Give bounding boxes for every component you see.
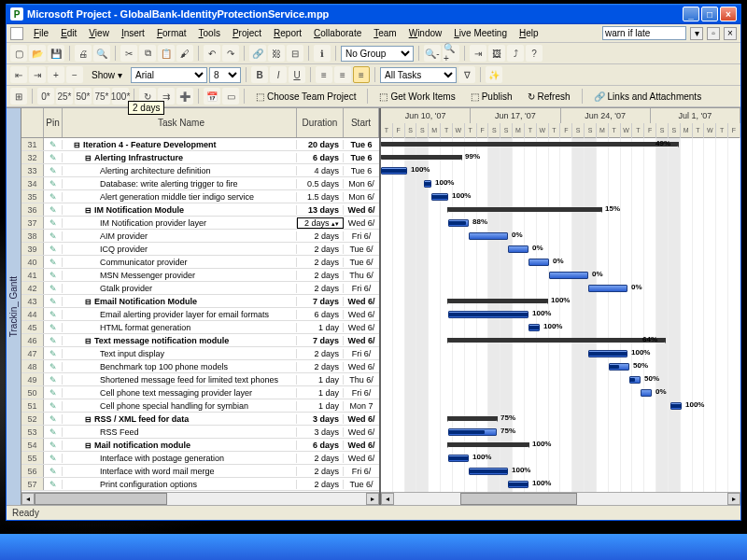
week-header[interactable]: Jul 1, '07: [651, 108, 740, 123]
task-bar[interactable]: [549, 272, 588, 279]
menu-window[interactable]: Window: [403, 26, 448, 40]
link-icon[interactable]: 🔗: [249, 45, 266, 62]
close-button[interactable]: ×: [720, 7, 737, 21]
gantt-row[interactable]: 0%: [381, 256, 740, 269]
t75-icon[interactable]: 75*: [93, 88, 110, 105]
zoom-in-icon[interactable]: 🔍+: [443, 45, 459, 62]
group-select[interactable]: No Group: [341, 46, 414, 62]
menu-view[interactable]: View: [83, 26, 115, 40]
task-row[interactable]: 43✎⊟Email Notification Module7 daysWed 6…: [21, 295, 379, 308]
gantt-row[interactable]: 100%: [381, 347, 740, 360]
gantt-row[interactable]: 50%: [381, 360, 740, 373]
task-row[interactable]: 48✎Benchmark top 100 phone models2 daysW…: [21, 360, 379, 373]
task-row[interactable]: 40✎Communicator provider2 daysTue 6/: [21, 256, 379, 269]
font-name-select[interactable]: Arial: [131, 67, 207, 83]
addprogress-icon[interactable]: ➕: [176, 88, 193, 105]
format-painter-icon[interactable]: 🖌: [176, 45, 193, 62]
col-start[interactable]: Start: [344, 108, 379, 137]
unlink-icon[interactable]: ⛓: [268, 45, 285, 62]
track-icon[interactable]: ⊞: [10, 88, 27, 105]
gantt-row[interactable]: 0%: [381, 243, 740, 256]
col-row-header[interactable]: [21, 108, 44, 137]
gantt-row[interactable]: 50%: [381, 373, 740, 386]
italic-icon[interactable]: I: [270, 66, 287, 83]
open-icon[interactable]: 📂: [29, 45, 46, 62]
t25-icon[interactable]: 25*: [56, 88, 73, 105]
t50-icon[interactable]: 50*: [75, 88, 92, 105]
t100-icon[interactable]: 100*: [112, 88, 129, 105]
gantt-row[interactable]: 64%: [381, 334, 740, 347]
gantt-row[interactable]: 100%: [381, 399, 740, 413]
task-row[interactable]: 36✎⊟IM Notification Module13 daysWed 6/: [21, 203, 379, 217]
gantt-row[interactable]: 100%: [381, 308, 740, 321]
outdent-icon[interactable]: ⇤: [10, 66, 27, 83]
menu-collaborate[interactable]: Collaborate: [308, 26, 367, 40]
minimize-button[interactable]: _: [683, 7, 699, 21]
indent-icon[interactable]: ⇥: [29, 66, 46, 83]
grid-hscroll[interactable]: ◂▸: [21, 492, 379, 505]
col-task-name[interactable]: Task Name: [63, 108, 297, 137]
task-row[interactable]: 39✎ICQ provider2 daysTue 6/: [21, 243, 379, 256]
task-row[interactable]: 37✎IM Notification provider layer2 days …: [21, 217, 379, 230]
redo-icon[interactable]: ↷: [222, 45, 239, 62]
task-row[interactable]: 51✎Cell phone special handling for symbi…: [21, 399, 379, 413]
gantt-row[interactable]: 15%: [381, 203, 740, 217]
task-row[interactable]: 55✎Interface with postage generation2 da…: [21, 452, 379, 465]
t0-icon[interactable]: 0*: [37, 88, 54, 105]
hide-subtasks-icon[interactable]: −: [66, 66, 83, 83]
links-attachments[interactable]: 🔗 Links and Attachments: [587, 89, 709, 105]
cut-icon[interactable]: ✂: [120, 45, 137, 62]
col-duration[interactable]: Duration: [297, 108, 344, 137]
task-row[interactable]: 32✎⊟Alerting Infrastructure6 daysTue 6: [21, 151, 379, 164]
publish-button[interactable]: ⬚ Publish: [464, 89, 519, 105]
font-size-select[interactable]: 8: [209, 67, 241, 83]
windows-taskbar[interactable]: [0, 534, 747, 560]
task-bar[interactable]: [588, 285, 627, 292]
gantt-row[interactable]: 100%: [381, 177, 740, 190]
share-icon[interactable]: ⤴: [507, 45, 524, 62]
refresh-button[interactable]: ↻ Refresh: [521, 89, 577, 105]
menu-help[interactable]: Help: [514, 26, 544, 40]
undo-icon[interactable]: ↶: [204, 45, 220, 62]
task-row[interactable]: 38✎AIM provider2 daysFri 6/: [21, 230, 379, 243]
gantt-row[interactable]: 100%: [381, 478, 740, 491]
menu-format[interactable]: Format: [151, 26, 192, 40]
split-icon[interactable]: ⊟: [287, 45, 303, 62]
task-bar[interactable]: [641, 389, 652, 397]
gantt-hscroll[interactable]: ◂▸: [381, 492, 740, 505]
info-icon[interactable]: ℹ: [314, 45, 331, 62]
summary-bar[interactable]: [448, 338, 665, 343]
align-right-icon[interactable]: ≡: [353, 66, 370, 83]
save-icon[interactable]: 💾: [48, 45, 64, 62]
gantt-row[interactable]: 100%: [381, 452, 740, 465]
summary-bar[interactable]: [381, 142, 678, 147]
task-bar[interactable]: [529, 259, 549, 266]
task-row[interactable]: 46✎⊟Text message notification module7 da…: [21, 334, 379, 347]
zoom-out-icon[interactable]: 🔍-: [424, 45, 441, 62]
summary-bar[interactable]: [381, 155, 461, 160]
week-header[interactable]: Jun 10, '07: [381, 108, 471, 123]
task-row[interactable]: 57✎Print configuration options2 daysTue …: [21, 478, 379, 491]
summary-bar[interactable]: [448, 442, 529, 447]
choose-team-project[interactable]: ⬚ Choose Team Project: [249, 89, 362, 105]
gantt-row[interactable]: 88%: [381, 217, 740, 230]
baseline-icon[interactable]: ▭: [222, 88, 239, 105]
show-subtasks-icon[interactable]: +: [48, 66, 64, 83]
bold-icon[interactable]: B: [251, 66, 268, 83]
gantt-row[interactable]: 100%: [381, 321, 740, 334]
goto-icon[interactable]: ⇥: [470, 45, 486, 62]
gantt-row[interactable]: 100%: [381, 190, 740, 203]
close-doc-button[interactable]: ×: [724, 27, 737, 40]
wizard-icon[interactable]: ✨: [486, 66, 502, 83]
task-row[interactable]: 52✎⊟RSS / XML feed for data3 daysWed 6/: [21, 413, 379, 426]
task-row[interactable]: 47✎Text input display2 daysFri 6/: [21, 347, 379, 360]
gantt-row[interactable]: 49%: [381, 138, 740, 151]
task-row[interactable]: 41✎MSN Messenger provider2 daysThu 6/: [21, 269, 379, 282]
menu-livemeeting[interactable]: Live Meeting: [448, 26, 513, 40]
copy-icon[interactable]: ⧉: [139, 45, 156, 62]
gantt-row[interactable]: 100%: [381, 164, 740, 177]
gantt-row[interactable]: 0%: [381, 230, 740, 243]
menu-file[interactable]: File: [28, 26, 54, 40]
menu-project[interactable]: Project: [227, 26, 267, 40]
task-row[interactable]: 50✎Cell phone text messaging provider la…: [21, 386, 379, 399]
